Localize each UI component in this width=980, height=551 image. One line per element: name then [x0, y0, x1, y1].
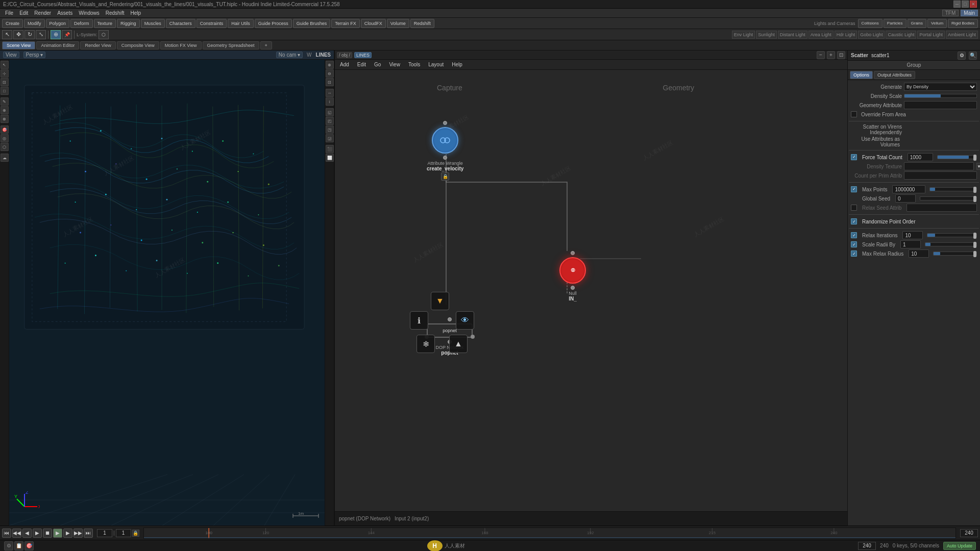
end-frame-input[interactable]: 240 — [960, 529, 978, 537]
status-icon-2[interactable]: 📋 — [14, 541, 23, 550]
sunlight-btn[interactable]: Sunlight — [756, 31, 777, 39]
tool-scale[interactable]: ⤡ — [36, 30, 46, 39]
shelf-hairutils[interactable]: Hair Utils — [228, 19, 254, 28]
vp-r7[interactable]: ◰ — [326, 117, 334, 125]
scale-radii-slider[interactable] — [925, 242, 977, 246]
tab-geometry-spreadsheet[interactable]: Geometry Spreadsheet — [203, 41, 259, 49]
btn-play-fwd[interactable]: ▶ — [53, 529, 62, 538]
envlight-btn[interactable]: Env Light — [732, 31, 755, 39]
scale-radii-input[interactable]: 1 — [900, 240, 921, 248]
close-button[interactable]: ✕ — [970, 1, 977, 8]
vp-tool-2[interactable]: ⊹ — [1, 69, 9, 78]
tab-options[interactable]: Options — [850, 71, 873, 79]
nocam-dropdown[interactable]: No cam ▾ — [276, 52, 303, 58]
vp-r8[interactable]: ◳ — [326, 126, 334, 134]
shelf-create[interactable]: Create — [2, 19, 23, 28]
max-points-input[interactable]: 1000000 — [892, 185, 925, 193]
tab-motion-fx-view[interactable]: Motion FX View — [160, 41, 202, 49]
tool-select[interactable]: ↖ — [2, 30, 12, 39]
global-seed-slider[interactable] — [920, 196, 977, 201]
node-connector-bottom-in[interactable] — [571, 286, 575, 290]
menu-render[interactable]: Render — [31, 9, 54, 17]
shelf-redshift[interactable]: Redshift — [410, 19, 434, 28]
max-relax-radius-checkbox[interactable]: ✓ — [851, 251, 857, 257]
node-in[interactable]: ⦿ Null IN_ — [559, 251, 586, 302]
menu-assets[interactable]: Assets — [54, 9, 76, 17]
vp-tool-4[interactable]: □ — [1, 87, 9, 95]
shelf-terrainfx[interactable]: Terrain FX — [331, 19, 360, 28]
menu-file[interactable]: File — [2, 9, 16, 17]
status-icon-3[interactable]: 🎯 — [24, 541, 34, 550]
override-checkbox[interactable] — [851, 111, 857, 117]
maximize-button[interactable]: □ — [962, 1, 969, 8]
btn-prev-frame[interactable]: ◀ — [22, 529, 32, 538]
net-add[interactable]: Add — [337, 60, 352, 69]
vp-tool-9[interactable]: ◎ — [1, 134, 9, 142]
generate-dropdown[interactable]: By Density — [904, 83, 977, 91]
relax-iter-slider[interactable] — [927, 233, 977, 237]
max-relax-radius-slider[interactable] — [933, 252, 977, 256]
relax-seed-checkbox[interactable] — [851, 205, 857, 211]
vp-tool-6[interactable]: ⊕ — [1, 106, 9, 114]
menu-windows[interactable]: Windows — [76, 9, 103, 17]
vp-r10[interactable]: ⬛ — [326, 145, 334, 153]
l-system-btn[interactable]: ⬡ — [99, 30, 109, 39]
status-frame-input[interactable] — [858, 542, 876, 550]
vp-r4[interactable]: ↔ — [326, 89, 334, 97]
snap-btn[interactable]: ⊕ — [51, 30, 61, 39]
node-connector-top-popnet[interactable] — [448, 317, 452, 321]
network-area[interactable]: / obj / LINES − + ⊡ Add Edit Go View — [335, 51, 847, 525]
density-scale-slider[interactable] — [904, 94, 977, 98]
btn-jump-end[interactable]: ⏭ — [84, 529, 93, 538]
node-lock-icon[interactable]: 🔒 — [441, 172, 449, 181]
force-total-count-slider[interactable] — [937, 155, 977, 159]
menu-redshift[interactable]: Redshift — [103, 9, 128, 17]
force-total-count-checkbox[interactable]: ✓ — [851, 154, 857, 160]
auto-update-btn[interactable]: Auto Update — [943, 542, 976, 550]
ambientlight-btn[interactable]: Ambient Light — [946, 31, 978, 39]
network-fit[interactable]: ⊡ — [837, 51, 845, 59]
max-relax-radius-input[interactable]: 10 — [909, 249, 929, 258]
force-total-count-input[interactable]: 1000 — [908, 153, 933, 161]
node-circle-cv[interactable] — [432, 127, 458, 154]
node-popnet[interactable]: ▼ 👁 ℹ ❄ ▲ — [427, 317, 473, 356]
density-texture-input[interactable] — [904, 162, 974, 170]
shelf-cloudfx[interactable]: CloudFX — [361, 19, 386, 28]
node-circle-in[interactable]: ⦿ — [559, 257, 586, 284]
props-settings-btn[interactable]: ⚙ — [958, 52, 966, 60]
net-edit[interactable]: Edit — [354, 60, 369, 69]
timeline-ruler[interactable]: 100 120 144 168 192 215 240 — [143, 528, 956, 539]
tab-output-attributes[interactable]: Output Attributes — [874, 71, 915, 79]
causticlight-btn[interactable]: Caustic Light — [886, 31, 916, 39]
vp-r2[interactable]: ⊖ — [326, 69, 334, 78]
btn-stop[interactable]: ⏹ — [43, 529, 52, 538]
frame-lock[interactable]: 🔒 — [132, 530, 139, 537]
grains-btn[interactable]: Grains — [908, 19, 927, 28]
network-zoom-out[interactable]: − — [817, 51, 825, 59]
relax-iter-checkbox[interactable]: ✓ — [851, 232, 857, 238]
vp-r6[interactable]: ◱ — [326, 108, 334, 116]
btn-next-key[interactable]: ▶▶ — [74, 529, 83, 538]
pin-btn[interactable]: 📌 — [62, 30, 72, 39]
btn-play-back[interactable]: ▶ — [33, 529, 42, 538]
vellum-btn[interactable]: Vellum — [927, 19, 947, 28]
main-workspace[interactable]: Main — [961, 10, 978, 16]
tab-scene-view[interactable]: Scene View — [2, 41, 35, 49]
tab-animation-editor[interactable]: Animation Editor — [36, 41, 79, 49]
portallight-btn[interactable]: Portal Light — [917, 31, 945, 39]
rigidbodies-btn[interactable]: Rigid Bodies — [948, 19, 978, 28]
collisions-btn[interactable]: Collisions — [858, 19, 883, 28]
net-view[interactable]: View — [386, 60, 403, 69]
max-points-checkbox[interactable]: ✓ — [851, 186, 857, 192]
vp-tool-10[interactable]: ⬡ — [1, 143, 9, 151]
net-layout[interactable]: Layout — [425, 60, 447, 69]
arealight-btn[interactable]: Area Light — [808, 31, 834, 39]
geom-attrib-input[interactable] — [904, 101, 977, 109]
tool-move[interactable]: ✥ — [13, 30, 23, 39]
vp-tool-3[interactable]: ⊡ — [1, 78, 9, 86]
shelf-modify[interactable]: Modify — [24, 19, 45, 28]
radial-menu-bottom-right[interactable]: ▲ — [449, 335, 468, 353]
tool-rotate[interactable]: ↻ — [24, 30, 35, 39]
vp-r5[interactable]: ↕ — [326, 97, 334, 106]
max-points-slider[interactable] — [929, 187, 977, 191]
